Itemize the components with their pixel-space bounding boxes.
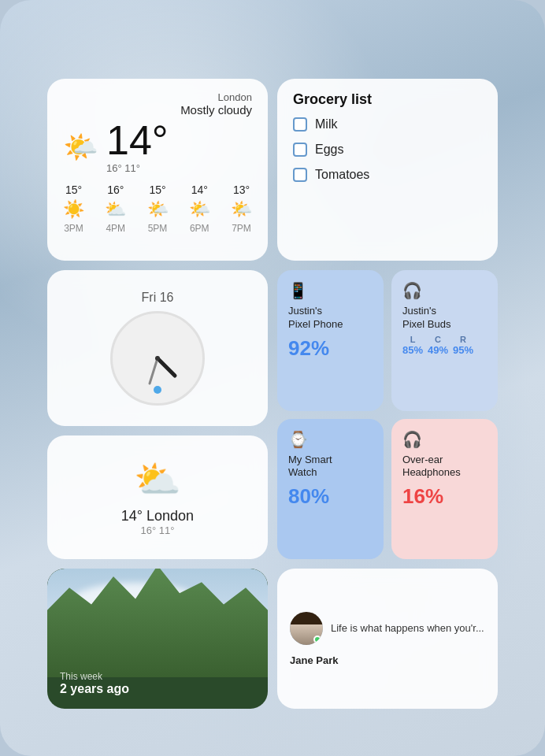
phone-icon: 📱: [288, 281, 373, 300]
weather-location: London: [63, 91, 252, 103]
watch-battery: 80%: [288, 484, 373, 509]
grocery-label-milk: Milk: [315, 117, 337, 132]
phone-name: Justin'sPixel Phone: [288, 305, 373, 332]
grocery-item-tomatoes[interactable]: Tomatoes: [293, 168, 482, 182]
grocery-item-eggs[interactable]: Eggs: [293, 143, 482, 157]
grocery-label-eggs: Eggs: [315, 143, 343, 157]
message-text: Life is what happens when you'r...: [331, 621, 485, 636]
bud-level-l: L 85%: [402, 335, 423, 356]
weather-main-widget[interactable]: London Mostly cloudy 🌤️ 14° 16° 11° 15° …: [47, 79, 268, 261]
weather-small-icon: ⛅: [134, 458, 181, 502]
grocery-checkbox-milk[interactable]: [293, 117, 307, 132]
svg-line-0: [158, 358, 175, 376]
weather-small-widget[interactable]: ⛅ 14° London 16° 11°: [47, 435, 268, 560]
buds-name: Justin'sPixel Buds: [402, 305, 487, 332]
message-content: Life is what happens when you'r...: [331, 621, 485, 636]
online-indicator: [313, 636, 321, 643]
weather-forecast: 15° ☀️ 3PM 16° ⛅ 4PM 15° 🌤️ 5PM 14° 🌤️ 6…: [63, 183, 252, 234]
message-avatar: [290, 612, 323, 645]
headphones-battery: 16%: [402, 484, 487, 509]
weather-description: Mostly cloudy: [63, 103, 252, 117]
buds-icon: 🎧: [402, 281, 487, 300]
forecast-item-3pm: 15° ☀️ 3PM: [63, 183, 84, 234]
grocery-checkbox-eggs[interactable]: [293, 143, 307, 157]
grocery-title: Grocery list: [293, 91, 482, 108]
clock-date: Fri 16: [142, 291, 174, 305]
device-headphones-widget[interactable]: 🎧 Over-earHeadphones 16%: [391, 419, 498, 560]
photo-caption-title: 2 years ago: [60, 682, 129, 696]
svg-point-2: [155, 356, 160, 361]
forecast-item-7pm: 13° 🌤️ 7PM: [231, 183, 252, 234]
headphones-name: Over-earHeadphones: [402, 454, 487, 480]
weather-icon: 🌤️: [63, 131, 98, 164]
forecast-item-4pm: 16° ⛅ 4PM: [105, 183, 126, 234]
grocery-label-tomatoes: Tomatoes: [315, 168, 369, 182]
device-buds-widget[interactable]: 🎧 Justin'sPixel Buds L 85% C 49% R 95%: [391, 270, 498, 411]
grocery-checkbox-tomatoes[interactable]: [293, 168, 307, 182]
message-sender: Jane Park: [290, 654, 485, 666]
device-phone-widget[interactable]: 📱 Justin'sPixel Phone 92%: [277, 270, 384, 411]
svg-line-1: [150, 358, 158, 384]
weather-temperature: 14°: [106, 120, 169, 161]
device-grid: 📱 Justin'sPixel Phone 92% 🎧 Justin'sPixe…: [277, 270, 498, 560]
grocery-item-milk[interactable]: Milk: [293, 117, 482, 132]
grocery-widget[interactable]: Grocery list Milk Eggs Tomatoes: [277, 79, 498, 261]
photo-caption-subtitle: This week: [60, 671, 129, 682]
weather-small-hilo: 16° 11°: [141, 524, 175, 536]
message-widget[interactable]: Life is what happens when you'r... Jane …: [277, 569, 498, 709]
weather-small-temp: 14° London: [121, 508, 194, 524]
buds-levels: L 85% C 49% R 95%: [402, 335, 487, 356]
photo-caption: This week 2 years ago: [60, 671, 129, 696]
phone-battery: 92%: [288, 336, 373, 361]
weather-hi-lo: 16° 11°: [106, 162, 169, 174]
avatar-hair: [290, 612, 323, 625]
device-watch-widget[interactable]: ⌚ My SmartWatch 80%: [277, 419, 384, 560]
watch-name: My SmartWatch: [288, 454, 373, 480]
watch-icon: ⌚: [288, 430, 373, 449]
forecast-item-5pm: 15° 🌤️ 5PM: [147, 183, 169, 234]
headphones-icon: 🎧: [402, 430, 487, 449]
photo-widget[interactable]: This week 2 years ago: [47, 569, 268, 709]
forecast-item-6pm: 14° 🌤️ 6PM: [189, 183, 210, 234]
message-header: Life is what happens when you'r...: [290, 612, 485, 645]
clock-face: [110, 311, 205, 406]
clock-widget[interactable]: Fri 16: [47, 270, 268, 426]
bud-level-c: C 49%: [428, 335, 448, 356]
clock-dot: [154, 386, 161, 394]
bud-level-r: R 95%: [453, 335, 473, 356]
